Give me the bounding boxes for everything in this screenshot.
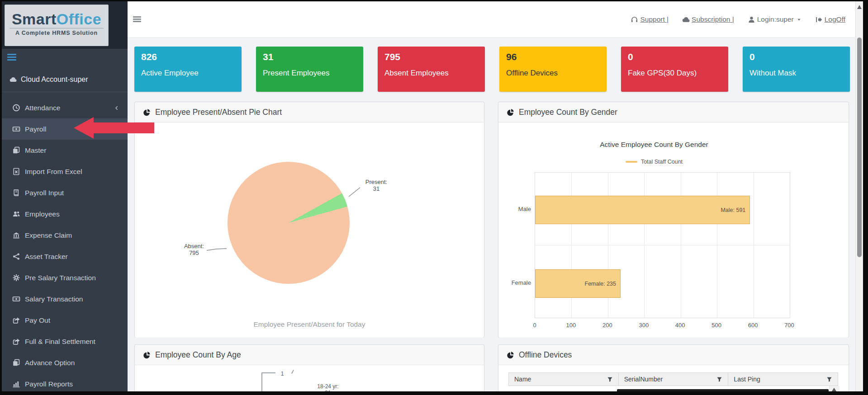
chevron-left-icon [114, 105, 119, 111]
stat-card-fake-gps-30-days[interactable]: 0Fake GPS(30 Days) [621, 47, 728, 92]
sidebar-item-label: Pre Salary Transaction [25, 274, 96, 282]
gender-chart-title: Active Employee Count By Gender [541, 141, 767, 149]
card-header: Offline Devices [498, 345, 849, 365]
sidebar-item-label: Full & Final Settlement [25, 338, 95, 346]
axis-tick-label: 700 [780, 322, 798, 329]
sidebar-item-master[interactable]: Master [2, 140, 128, 161]
pie-caption: Employee Present/Absent for Today [135, 320, 484, 329]
pie-label-absent-value: 795 [178, 249, 210, 256]
sidebar-item-label: Pay Out [25, 316, 50, 324]
brand-logo[interactable]: SmartOffice A Complete HRMS Solution [5, 5, 109, 46]
pie-label-present-value: 31 [360, 185, 392, 192]
column-header-last-ping[interactable]: Last Ping [728, 373, 838, 386]
sidebar-item-full-final-settlement[interactable]: Full & Final Settlement [2, 331, 128, 352]
menu-toggle-icon[interactable] [133, 16, 141, 23]
stat-card-absent-employees[interactable]: 795Absent Employees [378, 47, 485, 92]
gender-chart-legend[interactable]: Total Staff Count [541, 159, 767, 165]
brand-office: Office [57, 10, 101, 28]
card-title: Offline Devices [519, 350, 572, 360]
bar-label: Female: 235 [585, 281, 616, 287]
axis-tick-label: 500 [707, 322, 726, 329]
column-header-label: Last Ping [734, 376, 760, 383]
age-leader-tick [291, 370, 294, 374]
sidebar-item-asset-tracker[interactable]: Asset Tracker [2, 246, 128, 267]
card-present-absent-pie: Employee Present/Absent Pie Chart Presen… [134, 102, 484, 338]
bank-icon [12, 231, 21, 239]
pie-label-absent: Absent: 795 [178, 243, 210, 256]
share-nodes-icon [12, 253, 21, 260]
filter-icon[interactable] [826, 376, 832, 382]
scrollbar-up-icon[interactable] [857, 5, 862, 9]
sidebar-item-payroll-input[interactable]: Payroll Input [2, 182, 128, 203]
stat-card-offline-devices[interactable]: 96Offline Devices [499, 47, 607, 92]
sidebar-item-label: Payroll Reports [25, 380, 73, 388]
frame-border [0, 0, 2, 395]
topbar-link-login-super[interactable]: Login:super [748, 15, 802, 24]
present-absent-pie[interactable] [228, 162, 350, 284]
card-gender-count: Employee Count By Gender Active Employee… [498, 102, 849, 338]
topbar-link-support[interactable]: Support | [631, 15, 669, 24]
tutorial-arrow [74, 117, 154, 139]
stat-card-present-employees[interactable]: 31Present Employees [256, 47, 363, 92]
axis-tick-label: 300 [635, 322, 653, 329]
stat-card-label: Without Mask [749, 69, 850, 78]
share-square-icon [12, 316, 21, 324]
cloud-account: Cloud Account-super [2, 72, 128, 87]
filter-icon[interactable] [607, 376, 613, 382]
offline-table-body: NameSerialNumberLast Ping [498, 365, 849, 395]
sidebar-item-employees[interactable]: Employees [2, 203, 128, 225]
stat-card-label: Offline Devices [506, 69, 607, 78]
gear-icon [12, 274, 21, 282]
pie-chart-icon [143, 108, 151, 116]
pie-chart-body: Present: 31 Absent: 795 Employee Present… [135, 122, 484, 338]
sidebar-item-label: Salary Transaction [25, 295, 83, 303]
sidebar-item-pay-out[interactable]: Pay Out [2, 310, 128, 331]
stat-card-label: Present Employees [263, 69, 363, 78]
legend-swatch [626, 161, 637, 163]
sidebar-item-advance-option[interactable]: Advance Option [2, 352, 128, 373]
topbar-link-logoff[interactable]: LogOff [815, 15, 845, 24]
card-title: Employee Count By Age [155, 350, 241, 360]
topbar-link-subscription[interactable]: Subscription | [682, 15, 734, 24]
sidebar-item-label: Attendance [25, 104, 60, 112]
bar-male[interactable]: Male: 591 [535, 196, 750, 224]
page-scrollbar[interactable] [855, 1, 863, 391]
brand-tagline: A Complete HRMS Solution [9, 28, 104, 36]
caret-down-icon [797, 17, 802, 22]
filter-icon[interactable] [716, 376, 722, 382]
sidebar-item-label: Employees [25, 210, 60, 218]
sidebar-item-label: Expense Claim [25, 231, 72, 240]
column-header-serialnumber[interactable]: SerialNumber [619, 373, 729, 386]
stat-card-active-employee[interactable]: 826Active Employee [134, 47, 242, 92]
pie-label-absent-title: Absent: [178, 243, 210, 249]
pie-chart-icon [143, 351, 151, 359]
sidebar-item-expense-claim[interactable]: Expense Claim [2, 225, 128, 246]
frame-border [0, 0, 868, 1]
sidebar-hamburger-icon[interactable] [7, 54, 16, 61]
pie-label-present-title: Present: [360, 179, 392, 185]
frame-border [863, 0, 868, 395]
column-header-name[interactable]: Name [509, 373, 619, 386]
copy-icon [12, 359, 21, 367]
topbar-links: Support |Subscription |Login:superLogOff [631, 1, 845, 38]
sidebar: SmartOffice A Complete HRMS Solution Clo… [2, 1, 128, 391]
sidebar-item-pre-salary-transaction[interactable]: Pre Salary Transaction [2, 267, 128, 288]
sidebar-item-label: Payroll [25, 125, 46, 133]
app-window: SmartOffice A Complete HRMS Solution Clo… [0, 0, 868, 395]
bar-label: Male: 591 [721, 207, 745, 213]
stat-card-label: Active Employee [141, 69, 242, 78]
sidebar-item-salary-transaction[interactable]: Salary Transaction [2, 288, 128, 310]
cloud-account-label: Cloud Account-super [21, 75, 88, 84]
bar-female[interactable]: Female: 235 [535, 269, 621, 298]
axis-tick-label: 0 [526, 322, 544, 329]
money-icon [12, 125, 21, 133]
sidebar-item-import-from-excel[interactable]: Import From Excel [2, 161, 128, 182]
clock-icon [12, 104, 21, 112]
cloud-icon [682, 16, 690, 24]
scrollbar-thumb[interactable] [857, 38, 862, 257]
gridline [535, 245, 790, 245]
sidebar-item-attendance[interactable]: Attendance [2, 97, 128, 118]
pie-label-present: Present: 31 [360, 179, 392, 192]
brand-band: SmartOffice A Complete HRMS Solution [2, 1, 128, 49]
stat-card-without-mask[interactable]: 0Without Mask [743, 47, 850, 92]
